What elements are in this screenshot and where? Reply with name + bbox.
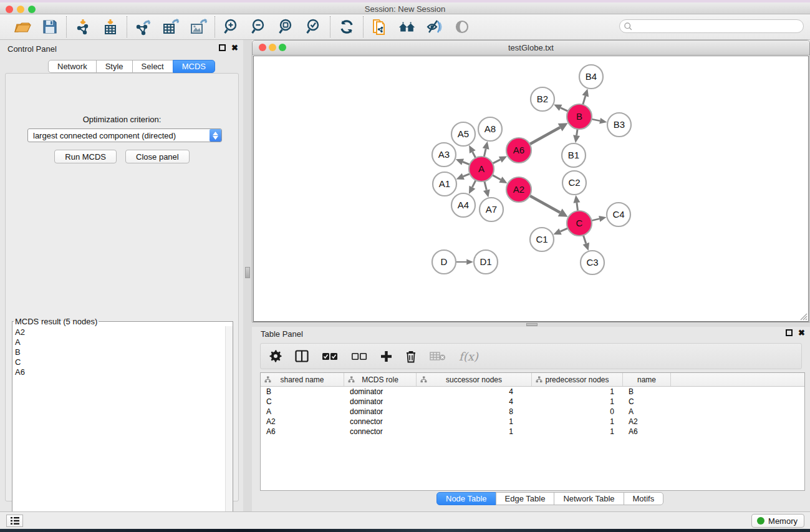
graph-node-A2[interactable]: A2 xyxy=(506,177,531,202)
refresh-button[interactable] xyxy=(337,17,356,36)
graph-node-D1[interactable]: D1 xyxy=(474,250,498,274)
splitter-grip[interactable] xyxy=(245,267,250,278)
graph-node-D[interactable]: D xyxy=(432,250,456,274)
zoom-selected-icon xyxy=(305,18,322,36)
search-input[interactable] xyxy=(619,19,804,33)
status-bar: Memory xyxy=(0,511,810,529)
table-row[interactable]: Adominator80A xyxy=(261,407,804,417)
deselect-all-button[interactable] xyxy=(351,352,367,360)
delete-button[interactable] xyxy=(405,350,417,363)
zoom-out-button[interactable] xyxy=(249,17,268,36)
add-column-button[interactable] xyxy=(380,351,392,362)
duplicate-network-button[interactable] xyxy=(370,17,389,36)
export-table-button[interactable] xyxy=(162,17,180,36)
column-header-shared-name[interactable]: shared name xyxy=(261,373,344,386)
zoom-in-button[interactable] xyxy=(222,17,241,36)
export-network-button[interactable] xyxy=(134,17,153,36)
show-eye-button[interactable] xyxy=(453,17,471,36)
import-table-icon xyxy=(102,18,119,36)
table-cell: 4 xyxy=(417,397,532,407)
graph-edge-arrow-icon xyxy=(599,118,607,124)
node-table[interactable]: shared nameMCDS rolesuccessor nodesprede… xyxy=(260,372,805,491)
criterion-select[interactable]: largest connected component (directed) xyxy=(27,128,222,142)
graph-node-A5[interactable]: A5 xyxy=(451,122,475,146)
graph-node-B[interactable]: B xyxy=(567,104,592,129)
function-builder-button[interactable]: f(x) xyxy=(459,350,478,363)
mcds-result-item[interactable]: C xyxy=(15,357,225,367)
tab-edge-table[interactable]: Edge Table xyxy=(496,492,555,505)
tab-node-table[interactable]: Node Table xyxy=(436,492,496,505)
vertical-splitter[interactable] xyxy=(243,40,252,511)
graph-node-B2[interactable]: B2 xyxy=(531,87,554,111)
memory-button[interactable]: Memory xyxy=(751,514,804,528)
graph-node-A8[interactable]: A8 xyxy=(478,117,502,141)
table-cell: 1 xyxy=(532,397,623,407)
network-canvas[interactable]: B4B2BB3A8A5A6A3B1AA1C2A2A4A7C4CC1C3DD1 xyxy=(253,56,809,322)
tab-select[interactable]: Select xyxy=(132,60,173,73)
table-row[interactable]: A6connector11A6 xyxy=(261,427,804,437)
graph-node-B3[interactable]: B3 xyxy=(607,113,631,137)
column-header-successor-nodes[interactable]: successor nodes xyxy=(417,373,532,386)
table-row[interactable]: Bdominator41B xyxy=(261,387,804,397)
graph-node-A[interactable]: A xyxy=(469,157,494,181)
mcds-result-item[interactable]: A2 xyxy=(15,327,225,337)
result-scrollbar[interactable] xyxy=(225,326,233,530)
delete-table-button[interactable] xyxy=(430,351,446,361)
float-panel-icon[interactable] xyxy=(786,329,793,336)
graph-node-B4[interactable]: B4 xyxy=(579,65,603,89)
close-panel-button[interactable]: Close panel xyxy=(125,150,190,163)
table-cell: 1 xyxy=(532,417,623,427)
control-panel: Control Panel ✖ NetworkStyleSelectMCDS O… xyxy=(0,40,243,511)
tab-network[interactable]: Network xyxy=(48,60,97,73)
graph-node-C4[interactable]: C4 xyxy=(607,203,630,226)
graph-node-label: A4 xyxy=(458,200,469,210)
horizontal-splitter[interactable] xyxy=(252,322,810,327)
mcds-result-item[interactable]: A xyxy=(15,337,225,347)
graph-node-C3[interactable]: C3 xyxy=(581,251,604,274)
mcds-result-item[interactable]: A6 xyxy=(15,367,225,377)
graph-node-A6[interactable]: A6 xyxy=(506,138,531,163)
save-session-button[interactable] xyxy=(41,17,59,36)
column-header-predecessor-nodes[interactable]: predecessor nodes xyxy=(532,373,623,386)
graph-node-C[interactable]: C xyxy=(567,211,592,236)
graph-node-C1[interactable]: C1 xyxy=(530,228,554,251)
desktop-background-bottom xyxy=(0,529,810,532)
zoom-fit-button[interactable] xyxy=(277,17,296,36)
graph-node-A3[interactable]: A3 xyxy=(432,143,456,167)
tab-style[interactable]: Style xyxy=(96,60,133,73)
graph-node-A4[interactable]: A4 xyxy=(451,193,475,217)
split-columns-button[interactable] xyxy=(295,350,309,362)
import-table-button[interactable] xyxy=(101,17,120,36)
tab-mcds[interactable]: MCDS xyxy=(173,60,215,73)
hide-panels-button[interactable] xyxy=(425,17,444,36)
control-panel-tabs: NetworkStyleSelectMCDS xyxy=(48,60,215,73)
table-cell: C xyxy=(623,397,671,407)
graph-node-A1[interactable]: A1 xyxy=(433,172,456,196)
mcds-result-item[interactable]: B xyxy=(15,347,225,357)
table-row[interactable]: A2connector11A2 xyxy=(261,417,804,427)
import-network-button[interactable] xyxy=(74,17,92,36)
splitter-grip[interactable] xyxy=(526,323,538,326)
run-mcds-button[interactable]: Run MCDS xyxy=(54,150,117,163)
column-header-MCDS-role[interactable]: MCDS role xyxy=(344,373,417,386)
close-panel-icon[interactable]: ✖ xyxy=(231,44,238,51)
resize-grip-icon[interactable] xyxy=(799,312,808,321)
graph-edge xyxy=(529,196,560,213)
float-panel-icon[interactable] xyxy=(219,44,226,51)
tab-motifs[interactable]: Motifs xyxy=(624,492,664,505)
open-file-button[interactable] xyxy=(13,17,32,36)
column-header-name[interactable]: name xyxy=(623,373,671,386)
gear-button[interactable] xyxy=(269,350,282,362)
graph-node-A7[interactable]: A7 xyxy=(480,198,503,221)
close-panel-icon[interactable]: ✖ xyxy=(798,329,805,336)
zoom-selected-button[interactable] xyxy=(304,17,323,36)
task-history-button[interactable] xyxy=(6,515,23,527)
graph-node-label: A2 xyxy=(513,184,524,195)
table-row[interactable]: Cdominator41C xyxy=(261,397,804,407)
cybrowser-home-button[interactable] xyxy=(398,17,417,36)
graph-node-C2[interactable]: C2 xyxy=(562,171,586,195)
tab-network-table[interactable]: Network Table xyxy=(554,492,624,505)
export-image-button[interactable] xyxy=(189,17,208,36)
graph-node-B1[interactable]: B1 xyxy=(562,143,586,167)
select-all-button[interactable] xyxy=(322,352,338,360)
